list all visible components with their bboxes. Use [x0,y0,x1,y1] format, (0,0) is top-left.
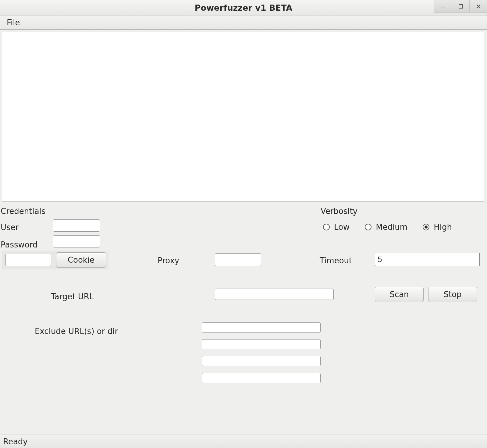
window-controls [434,0,487,13]
maximize-icon [458,4,464,9]
exclude-input-4[interactable] [202,373,321,383]
close-button[interactable] [469,0,487,13]
output-area[interactable] [2,32,484,202]
exclude-input-2[interactable] [202,339,321,349]
exclude-input-1[interactable] [202,322,321,332]
menu-file[interactable]: File [4,17,23,28]
cookie-button[interactable]: Cookie [56,252,106,268]
radio-icon [323,224,330,230]
minimize-icon [440,4,446,9]
spinner-buttons: ▲ ▼ [479,253,480,266]
label-password: Password [1,240,37,249]
verbosity-high[interactable]: High [423,222,452,232]
exclude-input-3[interactable] [202,356,321,366]
svg-rect-1 [459,5,463,8]
stop-button[interactable]: Stop [428,287,477,302]
client-area: Credentials User Password Verbosity Prox… [0,30,487,448]
label-target-url: Target URL [51,292,94,301]
label-credentials: Credentials [1,207,45,216]
menu-bar: File [0,16,487,30]
scan-button[interactable]: Scan [375,287,424,302]
radio-icon [365,224,371,230]
status-text: Ready [3,437,28,446]
radio-label: High [434,222,452,232]
verbosity-group: Low Medium High [323,222,452,232]
label-user: User [1,223,19,232]
label-timeout: Timeout [320,256,352,265]
cookie-input[interactable] [5,254,51,266]
radio-label: Low [334,222,350,232]
proxy-input[interactable] [215,253,261,266]
target-url-input[interactable] [215,289,334,300]
verbosity-low[interactable]: Low [323,222,350,232]
minimize-button[interactable] [434,0,452,13]
timeout-spinner[interactable]: ▲ ▼ [375,253,430,266]
window-title: Powerfuzzer v1 BETA [195,3,292,12]
password-input[interactable] [53,235,100,247]
label-verbosity: Verbosity [321,207,357,216]
verbosity-medium[interactable]: Medium [365,222,407,232]
radio-icon [423,224,429,230]
radio-label: Medium [376,222,407,232]
label-proxy: Proxy [158,256,179,265]
label-exclude: Exclude URL(s) or dir [35,327,118,336]
maximize-button[interactable] [452,0,469,13]
title-bar: Powerfuzzer v1 BETA [0,0,487,16]
user-input[interactable] [53,219,100,232]
timeout-input[interactable] [375,253,479,266]
svg-rect-0 [441,8,445,8]
close-icon [476,4,481,9]
status-bar: Ready [0,435,487,448]
